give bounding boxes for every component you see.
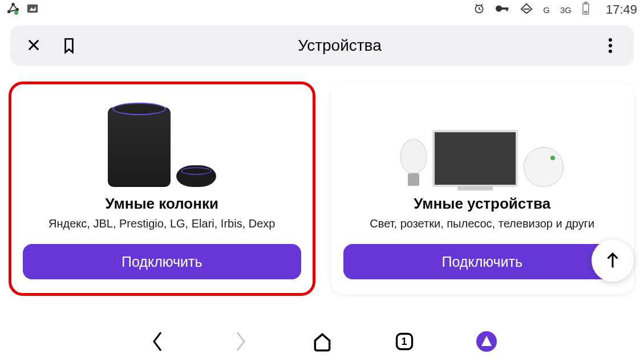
connect-button[interactable]: Подключить — [23, 244, 301, 279]
svg-point-15 — [609, 50, 612, 53]
nav-back-button[interactable] — [145, 329, 171, 354]
card-title: Умные устройства — [414, 195, 550, 213]
speakers-illustration — [108, 96, 216, 187]
share-icon — [7, 2, 19, 17]
nav-forward-button[interactable] — [228, 329, 253, 354]
connect-button[interactable]: Подключить — [343, 244, 622, 279]
nav-home-button[interactable] — [310, 329, 335, 354]
card-smart-speakers[interactable]: Умные колонки Яндекс, JBL, Prestigio, LG… — [10, 83, 314, 294]
svg-point-0 — [8, 11, 10, 13]
card-smart-devices[interactable]: Умные устройства Свет, розетки, пылесос,… — [331, 83, 634, 294]
svg-point-3 — [14, 11, 18, 15]
card-title: Умные колонки — [106, 195, 218, 213]
battery-icon — [582, 2, 590, 18]
cards-row: Умные колонки Яндекс, JBL, Prestigio, LG… — [0, 66, 644, 294]
svg-point-2 — [17, 9, 19, 11]
svg-point-1 — [12, 3, 14, 6]
close-button[interactable] — [23, 37, 44, 54]
more-button[interactable] — [600, 38, 621, 54]
svg-rect-12 — [584, 11, 588, 13]
nav-tabs-button[interactable]: 1 — [392, 329, 417, 354]
tabs-count: 1 — [401, 336, 407, 348]
card-subtitle: Яндекс, JBL, Prestigio, LG, Elari, Irbis… — [48, 217, 275, 230]
svg-rect-11 — [585, 2, 587, 4]
svg-rect-9 — [507, 7, 508, 11]
image-icon — [26, 2, 39, 17]
card-subtitle: Свет, розетки, пылесос, телевизор и друг… — [370, 217, 594, 230]
signal-3g-label: 3G — [560, 5, 572, 15]
svg-point-13 — [609, 38, 612, 42]
signal-g-label: G — [543, 5, 550, 15]
alarm-icon — [473, 3, 485, 17]
status-bar: G 3G 17:49 — [0, 0, 644, 19]
svg-point-14 — [609, 44, 612, 47]
page-title: Устройства — [80, 36, 600, 55]
wifi-icon — [520, 2, 533, 17]
clock-label: 17:49 — [606, 2, 637, 17]
app-bar: Устройства — [10, 25, 634, 66]
bookmark-button[interactable] — [58, 37, 80, 54]
devices-illustration — [400, 96, 564, 187]
scroll-top-button[interactable] — [592, 239, 634, 282]
bottom-nav: 1 — [0, 321, 644, 362]
nav-alice-button[interactable] — [474, 329, 499, 354]
vpn-key-icon — [495, 3, 510, 17]
